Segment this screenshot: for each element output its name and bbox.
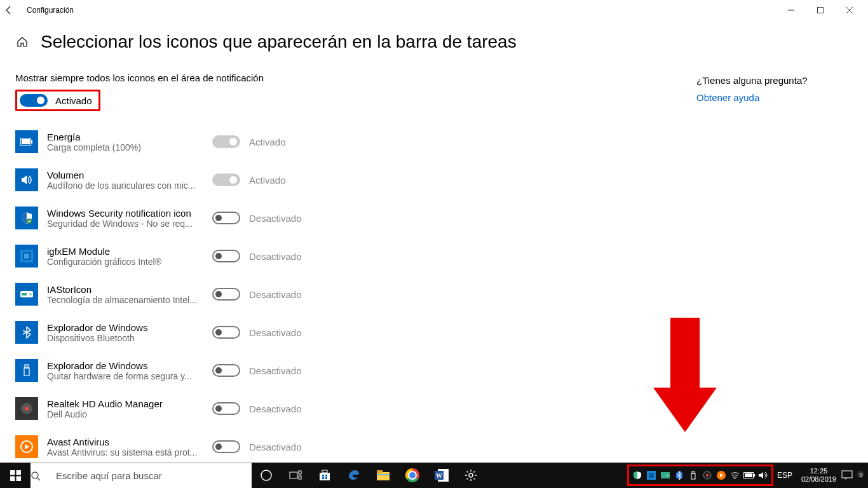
- list-item: IAStorIconTecnología de almacenamiento I…: [15, 275, 460, 313]
- tray-battery-icon[interactable]: [742, 466, 756, 485]
- icons-list: EnergíaCarga completa (100%)ActivadoVolu…: [15, 123, 460, 466]
- list-item: Realtek HD Audio ManagerDell AudioDesact…: [15, 390, 460, 428]
- svg-rect-31: [299, 476, 301, 479]
- tray-security-icon[interactable]: [630, 466, 644, 485]
- svg-point-55: [735, 478, 736, 479]
- avast-icon: [15, 435, 38, 458]
- subheading: Mostrar siempre todos los iconos en el á…: [15, 72, 460, 83]
- svg-point-28: [261, 470, 271, 480]
- clock-time: 12:25: [801, 467, 836, 475]
- svg-rect-13: [22, 293, 27, 295]
- svg-rect-50: [691, 473, 695, 479]
- item-subtitle: Configuración gráficos Intel®: [47, 257, 203, 267]
- home-icon[interactable]: [15, 35, 29, 49]
- file-explorer-icon[interactable]: [369, 463, 398, 488]
- master-toggle-label: Activado: [55, 95, 92, 106]
- svg-point-7: [27, 219, 32, 224]
- list-item: Avast AntivirusAvast Antivirus: su siste…: [15, 428, 460, 466]
- item-subtitle: Carga completa (100%): [47, 142, 203, 152]
- item-title: IAStorIcon: [47, 284, 203, 295]
- back-button[interactable]: [4, 5, 24, 15]
- language-indicator[interactable]: ESP: [773, 471, 796, 480]
- tray-audio-icon[interactable]: [700, 466, 714, 485]
- svg-rect-17: [27, 366, 28, 367]
- svg-rect-51: [692, 471, 695, 473]
- item-title: Energía: [47, 132, 203, 142]
- item-toggle[interactable]: [212, 288, 240, 301]
- item-state: Activado: [249, 137, 286, 147]
- word-icon[interactable]: W: [427, 463, 456, 488]
- list-item: Explorador de WindowsQuitar hardware de …: [15, 351, 460, 390]
- item-subtitle: Dell Audio: [47, 409, 203, 419]
- tray-bluetooth-icon[interactable]: [672, 466, 686, 485]
- tray-wifi-icon[interactable]: [728, 466, 742, 485]
- item-toggle[interactable]: [212, 173, 240, 186]
- item-toggle[interactable]: [212, 135, 240, 148]
- tray-volume-icon[interactable]: [756, 466, 770, 485]
- item-subtitle: Avast Antivirus: su sistema está prot...: [47, 447, 203, 458]
- item-title: Avast Antivirus: [47, 437, 203, 447]
- svg-rect-34: [322, 475, 324, 477]
- edge-icon[interactable]: [339, 463, 369, 488]
- usb-icon: [15, 359, 38, 382]
- tray-intel-icon[interactable]: [644, 466, 658, 485]
- item-toggle[interactable]: [212, 440, 240, 453]
- svg-point-48: [667, 475, 668, 476]
- svg-line-27: [37, 478, 40, 480]
- item-subtitle: Dispositivos Bluetooth: [47, 333, 203, 343]
- settings-icon[interactable]: [456, 463, 485, 488]
- page-header: Seleccionar los iconos que aparecerán en…: [0, 20, 868, 57]
- item-toggle[interactable]: [212, 326, 240, 339]
- tray-storage-icon[interactable]: [658, 466, 672, 485]
- task-view-icon[interactable]: [281, 463, 310, 488]
- svg-rect-57: [754, 474, 755, 477]
- volume-icon: [15, 168, 38, 191]
- item-title: Volumen: [47, 170, 203, 180]
- action-center-icon[interactable]: 3: [841, 470, 868, 480]
- help-aside: ¿Tienes alguna pregunta? Obtener ayuda: [696, 75, 849, 103]
- list-item: VolumenAudífono de los auriculares con m…: [15, 161, 460, 199]
- master-toggle[interactable]: [20, 94, 48, 107]
- svg-rect-24: [10, 476, 15, 481]
- svg-rect-59: [842, 471, 852, 478]
- list-item: igfxEM ModuleConfiguración gráficos Inte…: [15, 237, 460, 275]
- window-title: Configuración: [27, 6, 74, 15]
- system-tray: ESP 12:25 02/08/2019 3: [627, 463, 868, 488]
- item-toggle[interactable]: [212, 250, 240, 262]
- svg-point-12: [30, 294, 32, 295]
- item-toggle[interactable]: [212, 402, 240, 415]
- item-subtitle: Seguridad de Windows - No se req...: [47, 219, 203, 229]
- item-state: Activado: [249, 175, 286, 186]
- intel-icon: [15, 245, 38, 268]
- master-toggle-highlight: Activado: [15, 90, 100, 111]
- item-title: Explorador de Windows: [47, 360, 203, 371]
- item-toggle[interactable]: [212, 212, 240, 224]
- svg-rect-10: [24, 254, 29, 259]
- help-link[interactable]: Obtener ayuda: [696, 92, 849, 103]
- item-title: Windows Security notification icon: [47, 208, 203, 219]
- store-icon[interactable]: [310, 463, 339, 488]
- start-button[interactable]: [0, 463, 31, 488]
- svg-point-53: [706, 474, 709, 477]
- svg-text:W: W: [436, 472, 442, 479]
- close-button[interactable]: [835, 0, 864, 20]
- svg-rect-6: [22, 139, 30, 144]
- item-title: Realtek HD Audio Manager: [47, 398, 203, 409]
- svg-rect-16: [26, 366, 27, 367]
- cortana-icon[interactable]: [252, 463, 281, 488]
- search-box[interactable]: Escribe aquí para buscar: [31, 463, 252, 488]
- storage-icon: [15, 283, 38, 306]
- maximize-button[interactable]: [806, 0, 835, 20]
- tray-usb-icon[interactable]: [686, 466, 700, 485]
- item-state: Desactivado: [249, 442, 302, 452]
- main-panel: Mostrar siempre todos los iconos en el á…: [15, 57, 460, 466]
- clock[interactable]: 12:25 02/08/2019: [796, 467, 841, 484]
- chrome-icon[interactable]: [398, 463, 427, 488]
- item-subtitle: Quitar hardware de forma segura y...: [47, 371, 203, 381]
- minimize-button[interactable]: [776, 0, 806, 20]
- help-question: ¿Tienes alguna pregunta?: [696, 75, 849, 86]
- item-toggle[interactable]: [212, 364, 240, 377]
- svg-rect-1: [818, 8, 824, 13]
- tray-avast-icon[interactable]: [714, 466, 728, 485]
- item-state: Desactivado: [249, 365, 302, 376]
